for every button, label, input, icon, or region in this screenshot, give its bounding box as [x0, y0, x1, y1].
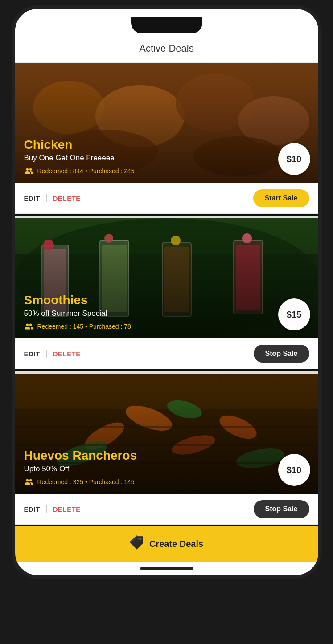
svg-point-37 [139, 538, 141, 541]
deal-stats-smoothies: Redeemed : 145 • Purchased : 78 [24, 322, 309, 331]
people-icon-huevos [24, 477, 34, 487]
deal-description-huevos: Upto 50% Off [24, 465, 309, 473]
deal-card-smoothies: Smoothies 50% off Summer Special Redeeme… [15, 218, 318, 369]
deal-title-smoothies: Smoothies [24, 293, 309, 307]
action-separator-huevos [46, 505, 47, 513]
stop-sale-button-huevos[interactable]: Stop Sale [254, 500, 309, 518]
deal-stats-huevos: Redeemed : 325 • Purchased : 145 [24, 477, 309, 487]
header: Active Deals [15, 36, 318, 63]
stop-sale-button-smoothies[interactable]: Stop Sale [254, 345, 309, 363]
notch-bar [15, 9, 318, 36]
people-icon-chicken [24, 166, 34, 176]
deal-description-smoothies: 50% off Summer Special [24, 309, 309, 318]
edit-button-smoothies[interactable]: EDIT [24, 350, 40, 358]
create-deals-bar[interactable]: Create Deals [15, 526, 318, 562]
edit-button-huevos[interactable]: EDIT [24, 505, 40, 513]
edit-button-chicken[interactable]: EDIT [24, 195, 40, 202]
deal-actions-huevos: EDIT DELETE Stop Sale [15, 494, 318, 525]
deal-image-container-chicken: Chicken Buy One Get One Freeeee Redeemed… [15, 63, 318, 183]
deal-stats-text-chicken: Redeemed : 844 • Purchased : 245 [37, 167, 135, 175]
delete-button-huevos[interactable]: DELETE [53, 505, 81, 513]
action-separator-smoothies [46, 350, 47, 358]
deal-image-container-huevos: Huevos Rancheros Upto 50% Off Redeemed :… [15, 374, 318, 494]
home-indicator [140, 567, 193, 570]
scroll-area: Chicken Buy One Get One Freeeee Redeemed… [15, 63, 318, 562]
page-title: Active Deals [139, 43, 193, 54]
deal-description-chicken: Buy One Get One Freeeee [24, 154, 309, 163]
start-sale-button-chicken[interactable]: Start Sale [253, 189, 309, 207]
create-deals-label: Create Deals [149, 539, 203, 549]
delete-button-chicken[interactable]: DELETE [53, 195, 81, 202]
price-badge-chicken: $10 [278, 143, 310, 175]
tag-icon [130, 535, 144, 550]
action-separator-chicken [46, 194, 47, 202]
deal-info-huevos: Huevos Rancheros Upto 50% Off Redeemed :… [15, 441, 318, 494]
deal-stats-text-huevos: Redeemed : 325 • Purchased : 145 [37, 478, 135, 485]
phone-container: Active Deals [0, 0, 333, 644]
deal-info-smoothies: Smoothies 50% off Summer Special Redeeme… [15, 286, 318, 338]
deal-info-chicken: Chicken Buy One Get One Freeeee Redeemed… [15, 130, 318, 183]
deal-actions-smoothies: EDIT DELETE Stop Sale [15, 338, 318, 369]
deal-stats-text-smoothies: Redeemed : 145 • Purchased : 78 [37, 323, 131, 330]
price-badge-huevos: $10 [278, 454, 310, 486]
deal-card-huevos: Huevos Rancheros Upto 50% Off Redeemed :… [15, 374, 318, 525]
deal-actions-chicken: EDIT DELETE Start Sale [15, 183, 318, 214]
phone-frame: Active Deals [15, 9, 318, 575]
deal-title-huevos: Huevos Rancheros [24, 448, 309, 463]
deal-title-chicken: Chicken [24, 138, 309, 152]
notch [131, 17, 202, 33]
deal-image-container-smoothies: Smoothies 50% off Summer Special Redeeme… [15, 218, 318, 338]
price-badge-smoothies: $15 [278, 298, 310, 330]
phone-bottom [15, 562, 318, 575]
create-deals-icon [130, 535, 144, 553]
delete-button-smoothies[interactable]: DELETE [53, 350, 81, 358]
people-icon-smoothies [24, 322, 34, 331]
deal-stats-chicken: Redeemed : 844 • Purchased : 245 [24, 166, 309, 176]
deal-card-chicken: Chicken Buy One Get One Freeeee Redeemed… [15, 63, 318, 214]
